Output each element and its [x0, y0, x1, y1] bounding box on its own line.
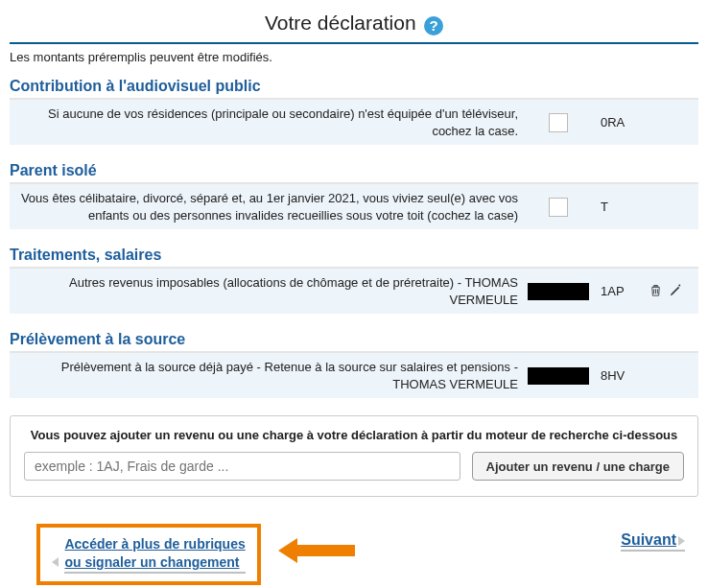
link-line-2: ou signaler un changement [64, 554, 239, 570]
link-line-1: Accéder à plus de rubriques [64, 536, 245, 552]
section-title: Parent isolé [10, 162, 698, 184]
add-box-heading: Vous pouvez ajouter un revenu ou une cha… [24, 428, 684, 442]
checkbox-0ra[interactable] [549, 113, 568, 132]
row-input [528, 113, 589, 132]
row-description: Prélèvement à la source déjà payé - Rete… [19, 359, 528, 392]
row-t: Vous êtes célibataire, divorcé, séparé e… [10, 184, 698, 229]
row-8hv: Prélèvement à la source déjà payé - Rete… [10, 353, 698, 398]
row-code: 8HV [601, 368, 649, 383]
chevron-left-icon [52, 557, 59, 567]
section-prelevement-source: Prélèvement à la source Prélèvement à la… [10, 331, 698, 398]
row-description: Si aucune de vos résidences (principale … [19, 106, 528, 139]
section-contribution-audiovisuel: Contribution à l'audiovisuel public Si a… [10, 78, 698, 145]
add-revenue-button[interactable]: Ajouter un revenu / une charge [472, 452, 684, 481]
checkbox-t[interactable] [549, 198, 568, 217]
row-description: Autres revenus imposables (allocations d… [19, 274, 528, 308]
page-header: Votre déclaration ? [10, 12, 698, 44]
help-icon[interactable]: ? [424, 16, 443, 35]
section-traitements-salaires: Traitements, salaires Autres revenus imp… [10, 247, 698, 314]
pencil-icon[interactable] [669, 283, 683, 300]
chevron-right-icon [678, 536, 685, 546]
search-input[interactable] [24, 452, 460, 481]
row-1ap: Autres revenus imposables (allocations d… [10, 269, 698, 314]
row-code: 0RA [601, 115, 649, 129]
page-title: Votre déclaration [265, 12, 416, 40]
nav-row: Accéder à plus de rubriques ou signaler … [10, 524, 698, 584]
add-revenue-box: Vous pouvez ajouter un revenu ou une cha… [10, 415, 698, 497]
row-description: Vous êtes célibataire, divorcé, séparé e… [19, 190, 528, 223]
section-parent-isole: Parent isolé Vous êtes célibataire, divo… [10, 162, 698, 229]
row-code: 1AP [601, 284, 649, 298]
next-link[interactable]: Suivant [621, 531, 685, 552]
row-value [528, 283, 589, 300]
section-title: Prélèvement à la source [10, 331, 698, 353]
row-input [528, 198, 589, 217]
row-0ra: Si aucune de vos résidences (principale … [10, 100, 698, 145]
row-value [528, 367, 589, 385]
redacted-value [528, 283, 589, 300]
annotation-arrow-icon [278, 533, 355, 572]
section-title: Contribution à l'audiovisuel public [10, 78, 698, 100]
section-title: Traitements, salaires [10, 247, 698, 269]
row-code: T [601, 200, 649, 214]
more-rubriques-link[interactable]: Accéder à plus de rubriques ou signaler … [64, 535, 245, 573]
highlight-annotation: Accéder à plus de rubriques ou signaler … [36, 524, 261, 584]
next-label: Suivant [621, 531, 676, 548]
trash-icon[interactable] [649, 283, 663, 300]
info-line: Les montants préremplis peuvent être mod… [10, 50, 698, 64]
svg-marker-0 [278, 538, 355, 563]
redacted-value [528, 367, 589, 385]
